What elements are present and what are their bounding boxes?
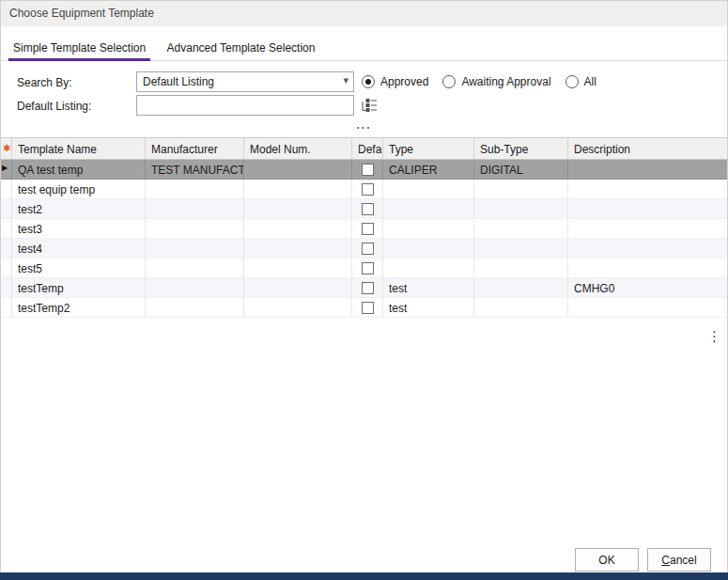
row-indicator-cell: ▶ xyxy=(0,160,12,180)
row-indicator-cell xyxy=(0,259,12,278)
ok-button[interactable]: OK xyxy=(575,548,639,572)
cell-description xyxy=(568,239,728,259)
cell-manufacturer xyxy=(146,239,244,259)
default-checkbox[interactable] xyxy=(362,282,374,294)
table-row[interactable]: test4 xyxy=(0,239,728,259)
cell-type xyxy=(383,199,474,219)
cell-type xyxy=(383,259,474,278)
tab-advanced-template-selection[interactable]: Advanced Template Selection xyxy=(163,36,320,61)
default-checkbox[interactable] xyxy=(362,302,374,314)
radio-awaiting-approval[interactable]: Awaiting Approval xyxy=(442,75,550,88)
cell-template-name: testTemp2 xyxy=(12,298,146,318)
radio-approved-label: Approved xyxy=(380,75,428,88)
cell-description xyxy=(568,259,728,278)
column-header-sub-type[interactable]: Sub-Type xyxy=(474,138,568,159)
cell-sub-type xyxy=(474,180,568,199)
default-checkbox[interactable] xyxy=(362,243,374,255)
cell-description xyxy=(568,298,728,318)
cell-type: test xyxy=(383,298,474,318)
tabstrip: Simple Template Selection Advanced Templ… xyxy=(0,36,728,61)
cell-manufacturer: TEST MANUFACTUR xyxy=(146,160,244,180)
cell-type xyxy=(383,180,474,199)
search-by-selected-value: Default Listing xyxy=(143,75,214,88)
cell-description: CMHG0 xyxy=(568,278,728,298)
cell-type xyxy=(383,239,474,259)
cell-description xyxy=(568,160,728,180)
cell-type xyxy=(383,219,474,239)
approval-filter-radio-group: Approved Awaiting Approval All xyxy=(362,71,611,92)
radio-circle-icon xyxy=(362,75,375,88)
window-title: Choose Equipment Template xyxy=(9,7,154,20)
row-indicator-cell xyxy=(0,219,12,239)
default-listing-label: Default Listing: xyxy=(17,100,91,113)
cell-sub-type xyxy=(474,278,568,298)
cell-model-num xyxy=(244,199,352,219)
cell-manufacturer xyxy=(146,219,244,239)
column-header-type[interactable]: Type xyxy=(383,138,474,159)
cell-sub-type: DIGITAL xyxy=(474,160,568,180)
chevron-down-icon: ▾ xyxy=(343,74,349,86)
cell-sub-type xyxy=(474,219,568,239)
default-checkbox[interactable] xyxy=(362,223,374,235)
panel-splitter-handle[interactable]: ... xyxy=(0,120,728,133)
default-checkbox[interactable] xyxy=(362,183,374,196)
radio-all-label: All xyxy=(584,75,596,88)
column-header-model-num-[interactable]: Model Num. xyxy=(244,138,352,159)
row-indicator-cell xyxy=(0,199,12,219)
cell-model-num xyxy=(244,180,352,199)
grid-header: ✱Template NameManufacturerModel Num.Defa… xyxy=(0,137,728,160)
cell-template-name: test4 xyxy=(12,239,146,259)
radio-circle-icon xyxy=(565,75,579,88)
cell-default xyxy=(352,298,383,318)
search-by-dropdown[interactable]: Default Listing ▾ xyxy=(136,71,354,92)
cell-type: test xyxy=(383,278,474,298)
cell-template-name: test3 xyxy=(12,219,146,239)
cell-description xyxy=(568,219,728,239)
cell-template-name: test equip temp xyxy=(12,180,146,199)
table-row[interactable]: test equip temp xyxy=(0,180,728,199)
cell-type: CALIPER xyxy=(383,160,474,180)
cancel-button[interactable]: Cancel xyxy=(647,548,711,572)
column-header-defaul[interactable]: Defaul xyxy=(352,138,383,159)
cell-default xyxy=(352,199,383,219)
tab-simple-template-selection[interactable]: Simple Template Selection xyxy=(8,36,150,61)
cell-description xyxy=(568,199,728,219)
cell-manufacturer xyxy=(146,298,244,318)
default-listing-input[interactable] xyxy=(136,95,354,116)
titlebar: Choose Equipment Template xyxy=(0,0,728,26)
cell-sub-type xyxy=(474,298,568,318)
search-by-label: Search By: xyxy=(17,76,72,89)
row-indicator-cell xyxy=(0,278,12,298)
default-checkbox[interactable] xyxy=(362,262,374,274)
grid-resize-grip-icon[interactable]: ⋮ xyxy=(707,328,721,345)
table-row[interactable]: ▶QA test tempTEST MANUFACTURCALIPERDIGIT… xyxy=(0,160,728,180)
table-row[interactable]: test2 xyxy=(0,199,728,219)
cell-manufacturer xyxy=(146,259,244,278)
table-row[interactable]: test5 xyxy=(0,259,728,278)
row-indicator-header: ✱ xyxy=(0,138,12,159)
radio-all[interactable]: All xyxy=(565,75,596,88)
cell-default xyxy=(352,239,383,259)
table-row[interactable]: test3 xyxy=(0,219,728,239)
bottom-accent-bar xyxy=(0,572,728,580)
table-row[interactable]: testTemp2test xyxy=(0,298,728,318)
row-indicator-cell xyxy=(0,180,12,199)
listing-picker-icon[interactable] xyxy=(361,98,378,113)
radio-awaiting-approval-label: Awaiting Approval xyxy=(461,75,550,88)
default-checkbox[interactable] xyxy=(362,164,374,176)
row-indicator-cell xyxy=(0,298,12,318)
column-header-manufacturer[interactable]: Manufacturer xyxy=(146,138,244,159)
cell-default xyxy=(352,278,383,298)
cell-model-num xyxy=(244,298,352,318)
cell-manufacturer xyxy=(146,199,244,219)
table-row[interactable]: testTemptestCMHG0 xyxy=(0,278,728,298)
column-header-template-name[interactable]: Template Name xyxy=(12,138,146,159)
cell-manufacturer xyxy=(146,278,244,298)
radio-approved[interactable]: Approved xyxy=(362,75,428,88)
cell-template-name: test2 xyxy=(12,199,146,219)
cell-template-name: test5 xyxy=(12,259,146,278)
column-header-description[interactable]: Description xyxy=(568,138,728,159)
cell-default xyxy=(352,180,383,199)
default-checkbox[interactable] xyxy=(362,203,374,215)
cell-description xyxy=(568,180,728,199)
